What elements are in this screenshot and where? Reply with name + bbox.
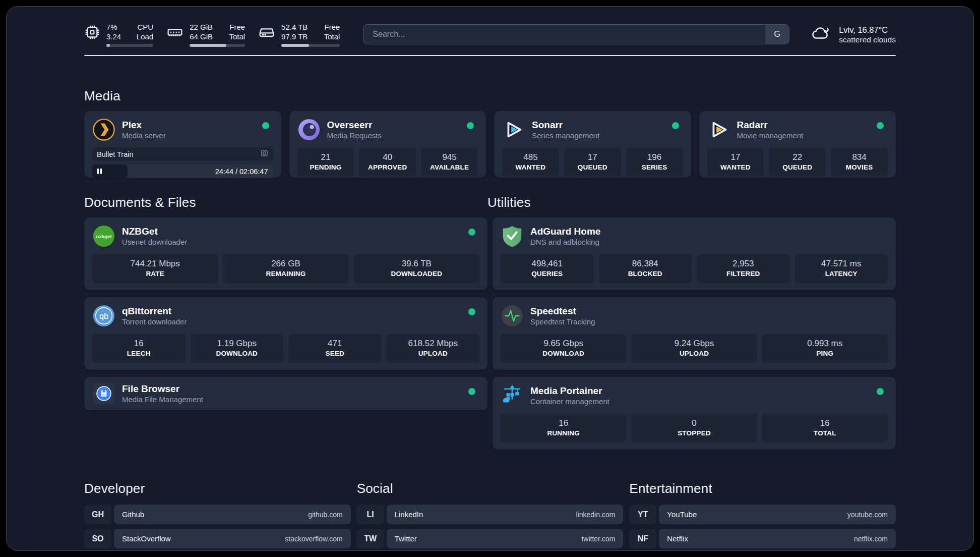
stat-tile: 485WANTED — [502, 148, 559, 177]
app-name: qBittorrent — [122, 305, 187, 317]
weather-widget: Lviv, 16.87°C scattered clouds — [810, 24, 896, 45]
adguard-card[interactable]: AdGuard Home DNS and adblocking 498,461Q… — [493, 217, 896, 290]
stat-value: 618.52 Mbps — [389, 338, 478, 349]
stat-label: TOTAL — [764, 429, 886, 438]
app-subtitle: Media server — [122, 131, 166, 140]
portainer-card[interactable]: Media Portainer Container management 16R… — [493, 377, 896, 450]
app-name: Radarr — [737, 119, 804, 131]
search-input[interactable] — [363, 25, 765, 44]
header-divider — [84, 55, 896, 56]
app-subtitle: Speedtest Tracking — [530, 317, 595, 326]
stat-tile: 196SERIES — [626, 148, 683, 177]
app-name: Plex — [122, 119, 166, 131]
stat-value: 0 — [633, 418, 755, 429]
bookmark-url: github.com — [308, 511, 342, 519]
stat-value: 266 GB — [225, 258, 346, 269]
sonarr-card[interactable]: Sonarr Series management 485WANTED 17QUE… — [494, 111, 691, 178]
bookmark-twitter[interactable]: TW Twittertwitter.com — [357, 529, 624, 548]
cpu-progress — [106, 44, 153, 47]
stat-tile: 16LEECH — [92, 334, 186, 363]
stat-tile: 47.571 msLATENCY — [795, 254, 888, 283]
stat-label: REMAINING — [225, 269, 346, 278]
stat-label: SERIES — [628, 163, 681, 172]
stat-value: 0.993 ms — [764, 338, 886, 349]
top-bar: 7%3.24 CPULoad 22 GiB64 GiB — [84, 22, 896, 47]
app-subtitle: Media Requests — [327, 131, 382, 140]
app-subtitle: Media File Management — [122, 395, 203, 404]
ram-stat: 22 GiB64 GiB FreeTotal — [166, 22, 245, 47]
ram-labels: FreeTotal — [226, 22, 245, 41]
app-subtitle: Series management — [532, 131, 599, 140]
app-subtitle: Container management — [530, 397, 609, 406]
ram-icon — [166, 24, 183, 42]
weather-condition: scattered clouds — [839, 35, 896, 44]
app-name: Media Portainer — [530, 385, 609, 397]
stat-label: PENDING — [299, 163, 352, 172]
qbittorrent-card[interactable]: qb qBittorrent Torrent downloader 16LEEC… — [84, 297, 487, 370]
status-dot — [468, 229, 475, 236]
stat-label: FILTERED — [699, 269, 788, 278]
stat-value: 17 — [566, 152, 619, 163]
stat-label: AVAILABLE — [423, 163, 476, 172]
stat-tile: 0.993 msPING — [762, 334, 888, 363]
radarr-icon — [707, 118, 730, 141]
search-engine-button[interactable]: G — [765, 25, 789, 44]
app-subtitle: Torrent downloader — [122, 317, 187, 326]
stat-value: 40 — [361, 152, 414, 163]
disk-progress — [281, 44, 340, 47]
stat-tile: 17WANTED — [707, 148, 764, 177]
playback-progress[interactable]: 24:44 / 02:06:47 — [92, 164, 273, 178]
hard-drive-icon — [258, 24, 275, 42]
radarr-card[interactable]: Radarr Movie management 17WANTED 22QUEUE… — [699, 111, 896, 178]
bookmark-stackoverflow[interactable]: SO StackOverflowstackoverflow.com — [84, 529, 351, 548]
stat-label: LEECH — [94, 349, 183, 358]
weather-location: Lviv, 16.87°C — [839, 25, 896, 35]
filebrowser-card[interactable]: File Browser Media File Management — [84, 377, 487, 410]
stat-value: 471 — [290, 338, 380, 349]
speedtest-card[interactable]: Speedtest Speedtest Tracking 9.65 GbpsDO… — [493, 297, 896, 370]
stat-tile: 17QUEUED — [564, 148, 621, 177]
pause-icon[interactable] — [97, 169, 102, 174]
stat-label: QUEUED — [771, 163, 824, 172]
stat-tile: 16RUNNING — [501, 414, 626, 442]
stat-value: 16 — [94, 338, 183, 349]
stat-label: WANTED — [709, 163, 762, 172]
social-bookmarks: LI LinkedInlinkedin.com TW Twittertwitte… — [357, 505, 624, 548]
bookmark-github[interactable]: GH Githubgithub.com — [84, 505, 351, 524]
stat-value: 17 — [709, 152, 762, 163]
section-title-utilities: Utilities — [487, 195, 891, 210]
stat-label: RUNNING — [503, 429, 624, 438]
stat-value: 47.571 ms — [797, 258, 886, 269]
status-dot — [672, 122, 679, 129]
stat-tile: 2,953FILTERED — [697, 254, 790, 283]
app-subtitle: Usenet downloader — [122, 237, 187, 247]
now-playing-title: Bullet Train — [97, 150, 134, 158]
stat-value: 744.21 Mbps — [94, 258, 216, 269]
stat-tile: 22QUEUED — [769, 148, 826, 177]
stat-label: DOWNLOAD — [193, 349, 282, 358]
section-title-social: Social — [357, 481, 624, 496]
stat-label: APPROVED — [361, 163, 414, 172]
app-name: Sonarr — [532, 119, 599, 131]
stat-tile: 945AVAILABLE — [421, 148, 478, 177]
entertainment-bookmarks: YT YouTubeyoutube.com NF Netflixnetflix.… — [629, 505, 896, 551]
bookmark-abbr: TW — [357, 529, 384, 548]
overseerr-card[interactable]: Overseerr Media Requests 21PENDING 40APP… — [289, 111, 486, 178]
stat-value: 1.19 Gbps — [193, 338, 282, 349]
stat-label: WANTED — [504, 163, 557, 172]
stat-tile: 0STOPPED — [631, 414, 757, 442]
bookmark-netflix[interactable]: NF Netflixnetflix.com — [629, 529, 896, 548]
bookmark-youtube[interactable]: YT YouTubeyoutube.com — [629, 505, 896, 524]
sonarr-icon — [502, 118, 525, 141]
stat-tile: 40APPROVED — [359, 148, 416, 177]
nzbget-card[interactable]: nzbget NZBGet Usenet downloader 744.21 M… — [84, 217, 487, 290]
qbittorrent-icon: qb — [92, 304, 115, 327]
bookmark-linkedin[interactable]: LI LinkedInlinkedin.com — [357, 505, 624, 524]
stat-value: 485 — [504, 152, 557, 163]
cpu-icon — [84, 24, 100, 42]
adguard-icon — [501, 225, 524, 248]
search-bar: G — [363, 24, 789, 44]
cloud-icon — [810, 24, 832, 45]
plex-card[interactable]: Plex Media server Bullet Train 24:44 / 0… — [84, 111, 281, 178]
stat-tile: 834MOVIES — [831, 148, 888, 177]
